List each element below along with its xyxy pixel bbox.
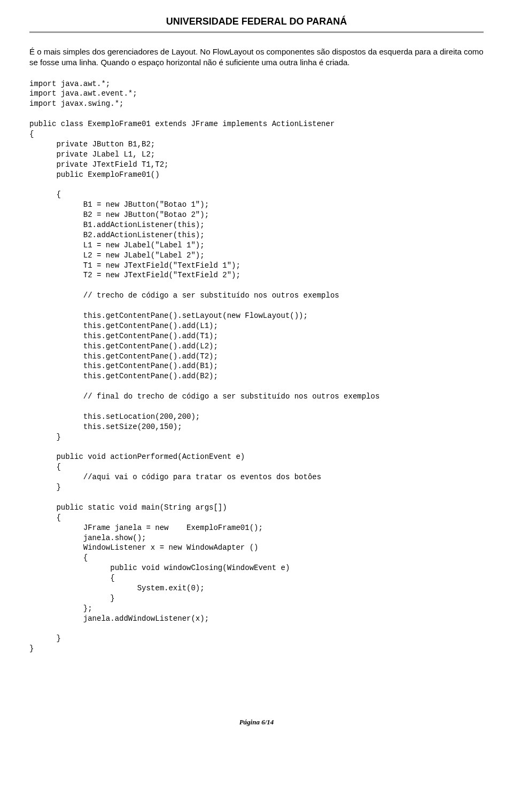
- intro-paragraph: É o mais simples dos gerenciadores de La…: [29, 46, 484, 68]
- page-header-title: UNIVERSIDADE FEDERAL DO PARANÁ: [29, 16, 484, 27]
- code-listing: import java.awt.*; import java.awt.event…: [29, 79, 484, 654]
- header-divider: [29, 32, 484, 33]
- page-footer: Página 6/14: [29, 718, 484, 727]
